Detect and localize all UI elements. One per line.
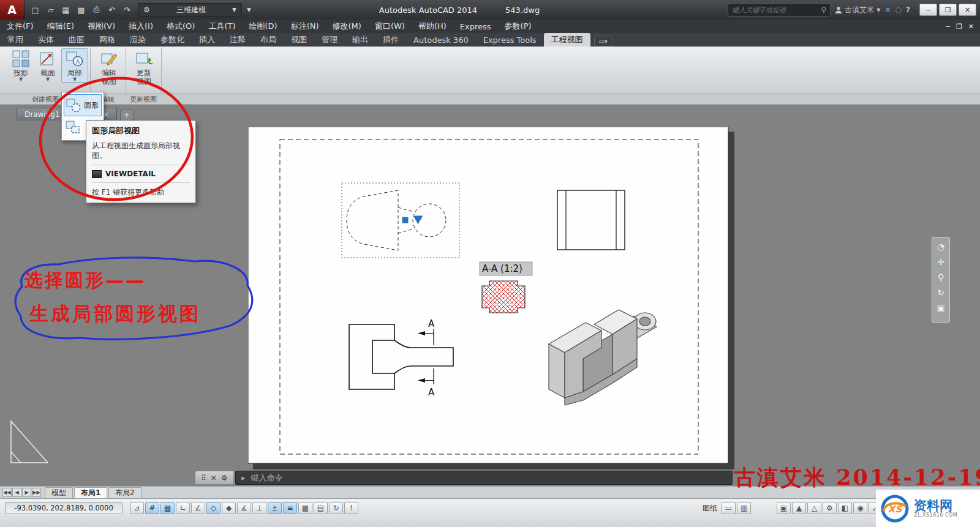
command-line-grip[interactable]: ⠿ ✕ ⚙ [195, 471, 234, 485]
object-snap-tracking-icon[interactable]: ∡ [237, 502, 251, 514]
edit-view-button[interactable]: 编辑视图 [93, 49, 125, 86]
tab-layout2[interactable]: 布局2 [108, 487, 141, 498]
tab-solid[interactable]: 实体 [31, 33, 61, 47]
application-menu-button[interactable]: A [0, 0, 24, 20]
workspace-selector[interactable]: ⚙ 三维建模 ▼ [138, 3, 242, 17]
close-icon[interactable]: ✕ [959, 4, 976, 16]
restore-icon[interactable]: ❐ [939, 4, 957, 16]
mdi-minimize-icon[interactable]: ─ [946, 23, 950, 31]
lock-ui-icon[interactable]: ◧ [838, 502, 852, 514]
mdi-restore-icon[interactable]: ❐ [956, 23, 962, 31]
menu-item-window[interactable]: 窗口(W) [368, 20, 412, 33]
exchange-apps-icon[interactable]: ✕ [884, 6, 891, 14]
redo-icon[interactable]: ↷ [120, 4, 134, 17]
menu-item-parametric[interactable]: 参数(P) [498, 20, 538, 33]
new-icon[interactable]: □ [28, 4, 42, 17]
menu-item-help[interactable]: 帮助(H) [412, 20, 453, 33]
panel-label-update-view[interactable]: 更新视图 [126, 95, 160, 104]
tab-engineering-views[interactable]: 工程视图 [544, 33, 590, 47]
section-view-hatched[interactable] [482, 281, 525, 313]
signin-user[interactable]: 古滇艾米 ▼ [835, 5, 880, 15]
orbit-icon[interactable]: ↻ [937, 288, 944, 297]
menu-item-view[interactable]: 视图(V) [81, 20, 122, 33]
quick-properties-icon[interactable]: ▤ [314, 502, 328, 514]
snap-mode-icon[interactable]: # [145, 502, 159, 514]
tab-autodesk-360[interactable]: Autodesk 360 [406, 33, 476, 47]
menu-item-dimension[interactable]: 标注(N) [284, 20, 326, 33]
tab-render[interactable]: 渲染 [123, 33, 153, 47]
annotation-visibility-icon[interactable]: ▲ [792, 502, 806, 514]
dynamic-ucs-icon[interactable]: ⊥ [252, 502, 266, 514]
menu-item-tools[interactable]: 工具(T) [202, 20, 242, 33]
tab-mesh[interactable]: 网格 [92, 33, 123, 47]
show-lineweight-icon[interactable]: ≡ [283, 502, 297, 514]
dropdown-item-circular[interactable]: 圆形 [64, 94, 102, 116]
full-navigation-wheel-icon[interactable]: ◔ [937, 242, 944, 252]
customize-icon[interactable]: ⚙ [221, 474, 228, 482]
prev-layout-icon[interactable]: ◀ [12, 488, 21, 497]
search-input[interactable] [732, 6, 818, 14]
first-layout-icon[interactable]: ◀◀ [2, 488, 12, 497]
update-view-button[interactable]: ↻ 更新视图 [128, 49, 160, 86]
menu-item-file[interactable]: 文件(F) [0, 20, 40, 33]
minimize-icon[interactable]: ─ [919, 4, 937, 16]
tab-annotate[interactable]: 注释 [222, 33, 253, 47]
communication-center-icon[interactable]: ◌ [895, 6, 902, 14]
tab-express-tools[interactable]: Express Tools [476, 33, 544, 47]
ribbon-display-options-icon[interactable]: ▭▾ [594, 36, 612, 47]
infer-constraints-icon[interactable]: ⊿ [130, 502, 144, 514]
mdi-close-icon[interactable]: ✕ [968, 23, 974, 31]
last-layout-icon[interactable]: ▶▶ [32, 488, 41, 497]
section-view-button[interactable]: 截面 ▼ [34, 49, 61, 82]
zoom-icon[interactable]: ⚲ [938, 272, 944, 282]
search-icon[interactable]: ⚲ [821, 6, 827, 14]
tab-parametric[interactable]: 参数化 [153, 33, 192, 47]
tab-model[interactable]: 模型 [45, 487, 73, 498]
save-icon[interactable]: ▦ [59, 4, 73, 17]
object-snap-icon[interactable]: ◇ [206, 502, 221, 514]
help-icon[interactable]: ? [906, 6, 910, 14]
workspace-switching-icon[interactable]: ⚙ [823, 502, 837, 514]
close-command-line-icon[interactable]: ✕ [211, 474, 217, 482]
command-line[interactable]: ▸ 键入命令 [235, 471, 733, 485]
tab-insert[interactable]: 插入 [192, 33, 222, 47]
grid-display-icon[interactable]: ▦ [160, 502, 175, 514]
projection-view-button[interactable]: 投影 ▼ [7, 49, 34, 82]
plot-icon[interactable]: ⎙ [89, 4, 104, 17]
doc-tab-drawing1[interactable]: Drawing1 [17, 108, 68, 121]
next-layout-icon[interactable]: ▶ [22, 488, 31, 497]
section-label[interactable]: A-A (1:2) [480, 262, 532, 275]
search-box[interactable]: ⚲ [728, 3, 831, 17]
isolate-objects-icon[interactable]: ◉ [853, 502, 867, 514]
menu-item-edit[interactable]: 编辑(E) [40, 20, 81, 33]
menu-item-draw[interactable]: 绘图(D) [243, 20, 284, 33]
tab-view[interactable]: 视图 [284, 33, 314, 47]
tab-layout[interactable]: 布局 [253, 33, 284, 47]
tab-plugins[interactable]: 插件 [375, 33, 406, 47]
tab-output[interactable]: 输出 [345, 33, 375, 47]
new-drawing-tab-icon[interactable]: + [120, 110, 134, 121]
tab-layout1[interactable]: 布局1 [74, 487, 107, 498]
detail-view-button[interactable]: A 局部 ▼ [61, 48, 88, 83]
save-as-icon[interactable]: ▩ [74, 4, 88, 17]
tab-home[interactable]: 常用 [0, 33, 31, 47]
autoscale-icon[interactable]: △ [807, 502, 821, 514]
tab-manage[interactable]: 管理 [314, 33, 345, 47]
grip-square[interactable] [402, 217, 409, 223]
ortho-mode-icon[interactable]: ∟ [176, 502, 190, 514]
menu-item-modify[interactable]: 修改(M) [326, 20, 368, 33]
open-icon[interactable]: ▱ [43, 4, 58, 17]
showmotion-icon[interactable]: ▣ [937, 303, 944, 313]
menu-item-insert[interactable]: 插入(I) [122, 20, 160, 33]
quick-view-layouts-icon[interactable]: ▥ [737, 502, 751, 514]
show-transparency-icon[interactable]: ▩ [298, 502, 312, 514]
qat-customize-icon[interactable]: ▼ [242, 4, 256, 17]
menu-item-format[interactable]: 格式(O) [160, 20, 202, 33]
3d-object-snap-icon[interactable]: ◆ [222, 502, 236, 514]
polar-tracking-icon[interactable]: ∠ [191, 502, 205, 514]
selection-cycling-icon[interactable]: ↻ [329, 502, 343, 514]
dynamic-input-icon[interactable]: ± [268, 502, 282, 514]
undo-icon[interactable]: ↶ [105, 4, 119, 17]
annotation-monitor-icon[interactable]: ! [344, 502, 358, 514]
menu-item-express[interactable]: Express [453, 20, 498, 33]
